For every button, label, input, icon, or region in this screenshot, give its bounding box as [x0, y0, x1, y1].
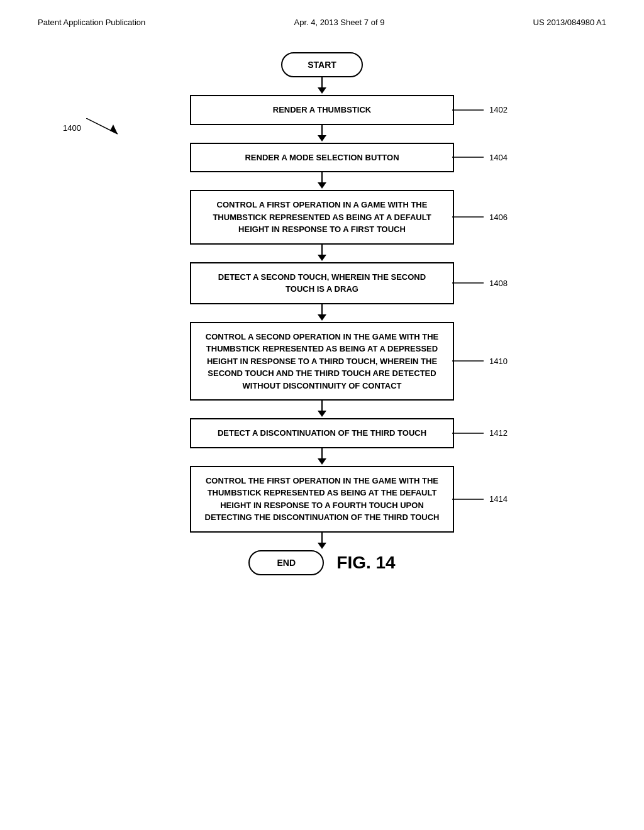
rect-1414: CONTROL THE FIRST OPERATION IN THE GAME …: [190, 466, 454, 533]
page-header: Patent Application Publication Apr. 4, 2…: [0, 0, 644, 33]
header-left: Patent Application Publication: [38, 18, 145, 27]
figure-label: FIG. 14: [336, 553, 395, 573]
node-1402: RENDER A THUMBSTICK 1402: [190, 95, 454, 125]
arrow-5: [318, 304, 326, 322]
arrow-8: [318, 533, 326, 550]
arrow-4: [318, 245, 326, 262]
ref-label-1402: 1402: [452, 105, 508, 114]
rect-1406: CONTROL A FIRST OPERATION IN A GAME WITH…: [190, 190, 454, 245]
ref-label-1408: 1408: [452, 279, 508, 288]
start-oval: START: [281, 52, 363, 77]
rect-1410: CONTROL A SECOND OPERATION IN THE GAME W…: [190, 322, 454, 401]
end-row: END FIG. 14: [248, 550, 395, 575]
arrow-1: [318, 77, 326, 95]
rect-1404: RENDER A MODE SELECTION BUTTON: [190, 143, 454, 173]
rect-1412: DETECT A DISCONTINUATION OF THE THIRD TO…: [190, 418, 454, 448]
ref-label-1414: 1414: [452, 494, 508, 504]
rect-1408: DETECT A SECOND TOUCH, WHEREIN THE SECON…: [190, 262, 454, 304]
rect-1402: RENDER A THUMBSTICK: [190, 95, 454, 125]
node-1406: CONTROL A FIRST OPERATION IN A GAME WITH…: [190, 190, 454, 245]
ref-label-1412: 1412: [452, 428, 508, 438]
ref-label-1404: 1404: [452, 153, 508, 162]
node-1412: DETECT A DISCONTINUATION OF THE THIRD TO…: [190, 418, 454, 448]
flowchart: START RENDER A THUMBSTICK 1402 RE: [0, 33, 644, 600]
arrow-3: [318, 172, 326, 190]
arrow-6: [318, 401, 326, 418]
node-1410: CONTROL A SECOND OPERATION IN THE GAME W…: [190, 322, 454, 401]
ref-label-1406: 1406: [452, 213, 508, 222]
arrow-2: [318, 125, 326, 143]
node-1408: DETECT A SECOND TOUCH, WHEREIN THE SECON…: [190, 262, 454, 304]
node-1404: RENDER A MODE SELECTION BUTTON 1404: [190, 143, 454, 173]
arrow-7: [318, 448, 326, 466]
patent-page: Patent Application Publication Apr. 4, 2…: [0, 0, 644, 830]
header-center: Apr. 4, 2013 Sheet 7 of 9: [294, 18, 385, 27]
node-1414: CONTROL THE FIRST OPERATION IN THE GAME …: [190, 466, 454, 533]
end-oval: END: [248, 550, 324, 575]
start-node: START: [281, 52, 363, 77]
ref-label-1410: 1410: [452, 357, 508, 366]
header-right: US 2013/084980 A1: [533, 18, 606, 27]
